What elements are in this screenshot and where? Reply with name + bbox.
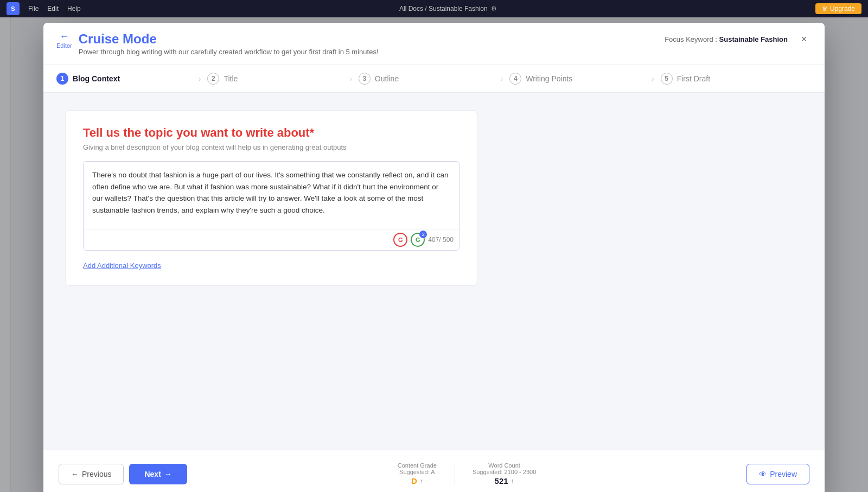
topbar: S File Edit Help All Docs / Sustainable …	[0, 0, 868, 17]
app-icon: S	[7, 2, 20, 15]
step-4-num: 4	[509, 73, 521, 85]
footer-stats: Content Grade Suggested: A D ↑ Word Coun…	[385, 458, 550, 490]
modal-title: Cruise Mode	[79, 31, 379, 47]
step-2[interactable]: 2 Title ›	[207, 65, 358, 92]
step-5-num: 5	[661, 73, 673, 85]
step-4-content: 4 Writing Points	[509, 73, 572, 85]
word-count-suggested: Suggested: 2100 - 2300	[473, 469, 536, 475]
menu-help[interactable]: Help	[67, 5, 81, 12]
required-indicator: *	[310, 126, 315, 139]
textarea-footer: G G 2 407/ 500	[84, 229, 459, 250]
step-2-num: 2	[207, 73, 219, 85]
cruise-mode-modal: ← Editor Cruise Mode Power through blog …	[43, 23, 825, 492]
content-grade-value: D ↑	[398, 476, 437, 485]
modal-body: Tell us the topic you want to write abou…	[43, 93, 825, 450]
upgrade-button[interactable]: ♛ Upgrade	[815, 3, 861, 14]
focus-keyword: Focus Keyword : Sustainable Fashion	[665, 35, 788, 43]
content-grade-block: Content Grade Suggested: A D ↑	[385, 458, 450, 490]
step-4[interactable]: 4 Writing Points ›	[509, 65, 660, 92]
modal-title-section: Cruise Mode Power through blog writing w…	[79, 31, 379, 56]
modal-subtitle: Power through blog writing with our care…	[79, 48, 379, 56]
previous-button[interactable]: ← Previous	[59, 464, 124, 484]
step-1-num: 1	[56, 73, 68, 85]
step-5-label: First Draft	[677, 74, 710, 83]
grade-arrow-icon: ↑	[420, 477, 423, 485]
step-3-content: 3 Outline	[359, 73, 399, 85]
step-3-label: Outline	[375, 74, 399, 83]
next-button[interactable]: Next →	[129, 464, 187, 484]
step-2-arrow: ›	[349, 74, 352, 83]
topbar-left: S File Edit Help	[7, 2, 81, 15]
ai-tool-badge: 2	[419, 231, 427, 238]
stats-divider	[455, 463, 455, 485]
steps-bar: 1 Blog Context › 2 Title › 3	[43, 65, 825, 93]
char-count: 407/ 500	[428, 236, 454, 244]
footer-nav: ← Previous Next →	[59, 464, 187, 484]
step-1[interactable]: 1 Blog Context ›	[56, 65, 207, 92]
step-5[interactable]: 5 First Draft	[661, 65, 812, 92]
textarea-wrapper: G G 2 407/ 500	[83, 161, 459, 251]
modal-overlay: ← Editor Cruise Mode Power through blog …	[0, 17, 868, 492]
back-arrow-icon: ←	[59, 31, 69, 41]
eye-icon: 👁	[759, 470, 767, 478]
settings-icon[interactable]: ⚙	[491, 5, 497, 12]
step-3[interactable]: 3 Outline ›	[359, 65, 509, 92]
step-5-content: 5 First Draft	[661, 73, 710, 85]
prev-arrow-icon: ←	[71, 470, 79, 478]
word-count-block: Word Count Suggested: 2100 - 2300 521 ↑	[459, 458, 549, 490]
word-count-label: Word Count	[473, 462, 536, 469]
step-2-content: 2 Title	[207, 73, 238, 85]
content-grade-suggested: Suggested: A	[398, 469, 437, 475]
step-3-arrow: ›	[501, 74, 503, 83]
main-content: ← Editor Cruise Mode Power through blog …	[0, 17, 868, 492]
back-label: Editor	[56, 42, 72, 49]
word-count-arrow-icon: ↑	[511, 477, 514, 485]
form-title: Tell us the topic you want to write abou…	[83, 126, 459, 140]
menu-edit[interactable]: Edit	[47, 5, 59, 12]
modal-header-left: ← Editor Cruise Mode Power through blog …	[56, 31, 379, 56]
menu-file[interactable]: File	[28, 5, 39, 12]
topbar-menu: File Edit Help	[28, 5, 81, 12]
close-button[interactable]: ×	[796, 31, 812, 47]
ai-tool-wrapper: G 2	[411, 233, 425, 247]
step-2-label: Title	[224, 74, 238, 83]
grammar-check-icon[interactable]: G	[393, 233, 407, 247]
topbar-right: ♛ Upgrade	[815, 3, 861, 14]
step-1-arrow: ›	[199, 74, 201, 83]
content-grade-label: Content Grade	[398, 462, 437, 469]
step-4-arrow: ›	[652, 74, 654, 83]
modal-footer: ← Previous Next → Content Grade Suggeste…	[43, 450, 825, 492]
topbar-breadcrumb: All Docs / Sustainable Fashion ⚙	[399, 5, 497, 12]
add-keywords-link[interactable]: Add Additional Keywords	[83, 261, 161, 270]
step-4-label: Writing Points	[526, 74, 572, 83]
back-button[interactable]: ← Editor	[56, 31, 72, 49]
modal-header: ← Editor Cruise Mode Power through blog …	[43, 23, 825, 65]
blog-context-textarea[interactable]	[84, 162, 459, 227]
step-3-num: 3	[359, 73, 371, 85]
form-card: Tell us the topic you want to write abou…	[65, 110, 477, 286]
word-count-value: 521 ↑	[473, 476, 536, 485]
step-1-label: Blog Context	[73, 74, 120, 83]
next-arrow-icon: →	[164, 470, 172, 478]
step-1-content: 1 Blog Context	[56, 73, 120, 85]
crown-icon: ♛	[822, 5, 828, 12]
form-subtitle: Giving a brief description of your blog …	[83, 143, 459, 151]
preview-button[interactable]: 👁 Preview	[746, 464, 809, 484]
